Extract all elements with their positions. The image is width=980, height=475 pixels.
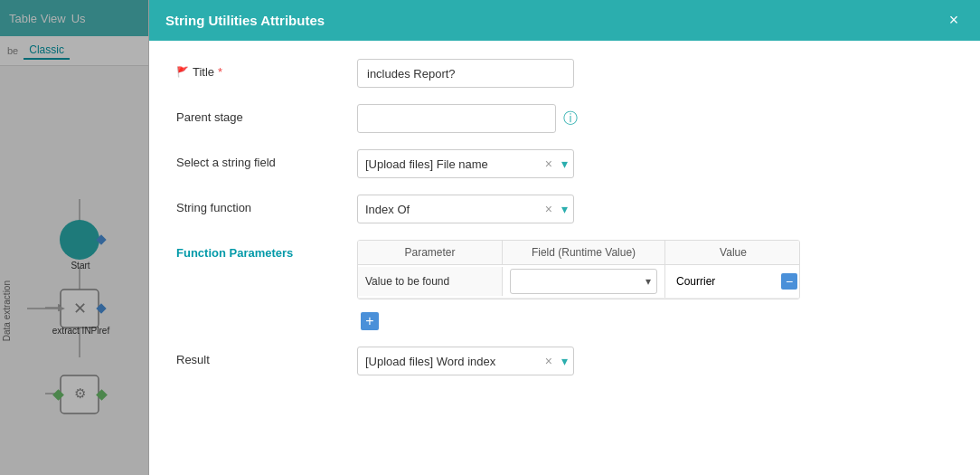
modal-close-button[interactable]: × <box>944 11 964 31</box>
params-table: Parameter Field (Runtime Value) Value Va… <box>357 240 800 299</box>
modal-title: String Utilities Attributes <box>165 13 325 28</box>
function-params-area: Parameter Field (Runtime Value) Value Va… <box>357 240 953 330</box>
select-string-value: [Upload files] File name <box>358 157 542 171</box>
title-input[interactable] <box>357 59 574 88</box>
parent-stage-label: Parent stage <box>176 104 357 124</box>
result-label: Result <box>176 347 357 366</box>
result-row: Result [Upload files] Word index × ▾ <box>176 347 953 375</box>
field-runtime-chevron-icon[interactable]: ▾ <box>645 275 651 288</box>
string-function-clear-icon[interactable]: × <box>542 202 556 216</box>
title-required-star: * <box>218 65 222 79</box>
col-parameter-header: Parameter <box>358 241 503 264</box>
string-function-chevron-icon[interactable]: ▾ <box>556 202 573 216</box>
value-input[interactable] <box>673 269 763 294</box>
title-flag-icon: 🚩 <box>176 66 189 78</box>
field-runtime-select[interactable]: ▾ <box>510 269 657 294</box>
string-function-label: String function <box>176 195 357 214</box>
result-chevron-icon[interactable]: ▾ <box>556 354 573 368</box>
string-function-value: Index Of <box>358 203 542 216</box>
string-function-row: String function Index Of × ▾ <box>176 195 953 223</box>
function-params-label: Function Parameters <box>176 240 357 260</box>
select-string-field[interactable]: [Upload files] File name × ▾ <box>357 149 574 178</box>
parent-stage-input[interactable] <box>357 104 556 133</box>
col-field-header: Field (Runtime Value) <box>503 241 665 264</box>
modal-body: 🚩 Title * Parent stage ⓘ Select a string… <box>149 41 980 475</box>
select-string-chevron-icon[interactable]: ▾ <box>556 157 573 171</box>
select-string-row: Select a string field [Upload files] Fil… <box>176 149 953 178</box>
title-input-area <box>357 59 953 88</box>
result-select[interactable]: [Upload files] Word index × ▾ <box>357 347 574 375</box>
select-string-label: Select a string field <box>176 149 357 169</box>
add-row-button[interactable]: + <box>361 312 379 330</box>
params-table-row: Value to be found ▾ − <box>358 265 799 299</box>
parent-stage-input-area: ⓘ <box>357 104 953 133</box>
params-table-header: Parameter Field (Runtime Value) Value <box>358 241 799 265</box>
string-function-area: Index Of × ▾ <box>357 195 953 223</box>
result-clear-icon[interactable]: × <box>542 354 556 368</box>
result-value: [Upload files] Word index <box>358 355 542 368</box>
parent-stage-row: Parent stage ⓘ <box>176 104 953 133</box>
string-function-select[interactable]: Index Of × ▾ <box>357 195 574 223</box>
col-value-header: Value <box>665 241 800 264</box>
result-area: [Upload files] Word index × ▾ <box>357 347 953 375</box>
title-label: 🚩 Title * <box>176 59 357 79</box>
modal-header: String Utilities Attributes × <box>149 0 980 41</box>
param-name-text: Value to be found <box>365 275 449 288</box>
modal-dialog: String Utilities Attributes × 🚩 Title * … <box>149 0 980 475</box>
select-string-area: [Upload files] File name × ▾ <box>357 149 953 178</box>
field-runtime-cell: ▾ <box>503 265 665 298</box>
remove-row-button[interactable]: − <box>781 273 797 290</box>
function-params-row: Function Parameters Parameter Field (Run… <box>176 240 953 330</box>
title-row: 🚩 Title * <box>176 59 953 88</box>
select-string-clear-icon[interactable]: × <box>542 157 556 171</box>
param-name-cell: Value to be found <box>358 267 503 296</box>
value-cell: − <box>665 265 800 298</box>
parent-stage-info-icon[interactable]: ⓘ <box>563 109 578 128</box>
